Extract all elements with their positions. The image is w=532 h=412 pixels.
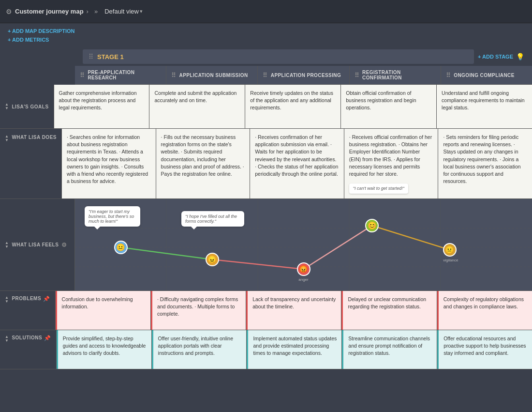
col-header-ongoing: ⠿ ONGOING COMPLIANCE bbox=[441, 66, 532, 84]
svg-line-10 bbox=[372, 226, 450, 250]
sort-arrows[interactable]: ▲▼ bbox=[5, 241, 9, 249]
does-cell-4: · Sets reminders for filing periodic rep… bbox=[438, 129, 532, 198]
add-description-button[interactable]: + ADD MAP DESCRIPTION bbox=[8, 28, 524, 34]
problems-row-label: ▲▼ PROBLEMS 📌 bbox=[0, 291, 56, 330]
col-drag-icon[interactable]: ⠿ bbox=[355, 72, 359, 79]
feels-gear-icon[interactable]: ⚙ bbox=[61, 242, 67, 248]
problems-row: ▲▼ PROBLEMS 📌 Confusion due to overwhelm… bbox=[0, 291, 532, 330]
emoji-angry-label: anger bbox=[297, 277, 310, 282]
problems-pin-icon[interactable]: 📌 bbox=[43, 296, 50, 302]
quote-bubble-reg: "I can't wait to get started!" bbox=[349, 183, 408, 194]
app-title: Customer journey map bbox=[15, 8, 84, 15]
emoji-vigilant-label: vigilance bbox=[441, 258, 460, 262]
goals-cell-0: Gather comprehensive information about t… bbox=[54, 85, 150, 128]
quote-bubble-1: "I hope I've filled out all the forms co… bbox=[181, 211, 244, 227]
goals-row: ▲▼ LISA'S GOALS Gather comprehensive inf… bbox=[0, 85, 532, 129]
goals-cell-1: Complete and submit the application accu… bbox=[149, 85, 245, 128]
col-header-label: APPLICATION PROCESSING bbox=[271, 73, 341, 78]
col-drag-icon[interactable]: ⠿ bbox=[171, 72, 176, 79]
meta-actions: + ADD MAP DESCRIPTION + ADD METRICS bbox=[0, 23, 532, 47]
col-drag-icon[interactable]: ⠿ bbox=[446, 72, 451, 79]
problems-cell-3: Delayed or unclear communication regardi… bbox=[341, 291, 437, 330]
view-caret-icon[interactable]: ▾ bbox=[140, 8, 143, 15]
emoji-neutral: 😐 bbox=[114, 241, 128, 254]
solutions-cell-0: Provide simplified, step-by-step guides … bbox=[57, 330, 152, 369]
feels-label: WHAT LISA FEELS bbox=[12, 242, 59, 247]
col-header-reg-conf: ⠿ REGISTRATION CONFIRMATION bbox=[350, 66, 441, 84]
does-cell-3-text: · Receives official confirmation of her … bbox=[349, 134, 432, 177]
view-selector[interactable]: Default view bbox=[104, 8, 139, 15]
does-cell-2: · Receives confirmation of her applicati… bbox=[250, 129, 344, 198]
emoji-vigilant: 😐 bbox=[443, 243, 457, 257]
col-header-label: APPLICATION SUBMISSION bbox=[179, 73, 248, 78]
stage-drag-icon[interactable]: ⠿ bbox=[89, 53, 93, 61]
col-drag-icon[interactable]: ⠿ bbox=[263, 72, 267, 79]
solutions-row-label: ▲▼ SOLUTIONS 📌 bbox=[0, 330, 57, 369]
solutions-label: SOLUTIONS bbox=[12, 335, 42, 340]
quote-bubble-0: "I'm eager to start my business, but the… bbox=[85, 206, 140, 227]
goals-label: LISA'S GOALS bbox=[12, 104, 48, 109]
col-header-label: PRE-APPLICATION RESEARCH bbox=[88, 70, 161, 80]
does-label: WHAT LISA DOES bbox=[12, 135, 57, 140]
goals-row-label: ▲▼ LISA'S GOALS bbox=[0, 85, 54, 129]
problems-cell-2: Lack of transparency and uncertainty abo… bbox=[246, 291, 341, 330]
solutions-pin-icon[interactable]: 📌 bbox=[44, 335, 51, 341]
forward-icon[interactable]: » bbox=[94, 8, 98, 15]
col-header-label: ONGOING COMPLIANCE bbox=[454, 73, 515, 78]
stage-help-icon[interactable]: 💡 bbox=[516, 53, 524, 61]
topbar: ⚙ Customer journey map › » Default view … bbox=[0, 0, 532, 23]
goals-cell-4: Understand and fulfill ongoing complianc… bbox=[437, 85, 532, 128]
emoji-angry: 😡 bbox=[297, 262, 310, 276]
breadcrumb-arrow: › bbox=[87, 8, 89, 15]
does-cell-0: · Searches online for information about … bbox=[62, 129, 156, 198]
solutions-cell-2: Implement automated status updates and p… bbox=[247, 330, 342, 369]
problems-cell-4: Complexity of regulatory obligations and… bbox=[437, 291, 532, 330]
col-header-app-proc: ⠿ APPLICATION PROCESSING bbox=[258, 66, 349, 84]
gear-icon[interactable]: ⚙ bbox=[6, 8, 12, 15]
stage-label: STAGE 1 bbox=[97, 53, 468, 61]
col-header-pre-app: ⠿ PRE-APPLICATION RESEARCH bbox=[75, 66, 166, 84]
sort-arrows[interactable]: ▲▼ bbox=[5, 335, 9, 343]
does-cell-3: · Receives official confirmation of her … bbox=[344, 129, 439, 198]
add-metrics-button[interactable]: + ADD METRICS bbox=[8, 37, 524, 43]
feels-grid bbox=[75, 199, 532, 290]
col-header-app-sub: ⠿ APPLICATION SUBMISSION bbox=[166, 66, 258, 84]
feels-row-label: ▲▼ WHAT LISA FEELS ⚙ bbox=[0, 199, 75, 291]
goals-cell-3: Obtain official confirmation of business… bbox=[341, 85, 437, 128]
solutions-row: ▲▼ SOLUTIONS 📌 Provide simplified, step-… bbox=[0, 330, 532, 369]
solutions-cell-4: Offer educational resources and proactiv… bbox=[437, 330, 532, 369]
does-row-label: ▲▼ WHAT LISA DOES bbox=[0, 129, 62, 199]
does-cell-1: · Fills out the necessary business regis… bbox=[156, 129, 251, 198]
sort-arrows[interactable]: ▲▼ bbox=[5, 296, 9, 304]
col-drag-icon[interactable]: ⠿ bbox=[80, 72, 85, 79]
problems-cell-0: Confusion due to overwhelming informatio… bbox=[56, 291, 151, 330]
sort-arrows[interactable]: ▲▼ bbox=[5, 135, 9, 142]
emoji-frustrated: 😠 bbox=[206, 253, 219, 266]
solutions-cell-3: Streamline communication channels and en… bbox=[342, 330, 437, 369]
problems-label: PROBLEMS bbox=[12, 296, 41, 301]
col-header-label: REGISTRATION CONFIRMATION bbox=[362, 70, 436, 80]
add-stage-button[interactable]: + ADD STAGE bbox=[478, 54, 513, 60]
solutions-cell-1: Offer user-friendly, intuitive online ap… bbox=[152, 330, 247, 369]
goals-cell-2: Receive timely updates on the status of … bbox=[245, 85, 341, 128]
feels-row: ▲▼ WHAT LISA FEELS ⚙ "I'm eage bbox=[0, 199, 532, 291]
does-row: ▲▼ WHAT LISA DOES · Searches online for … bbox=[0, 129, 532, 199]
problems-cell-1: · Difficulty navigating complex forms an… bbox=[151, 291, 246, 330]
sort-arrows[interactable]: ▲▼ bbox=[5, 103, 9, 110]
